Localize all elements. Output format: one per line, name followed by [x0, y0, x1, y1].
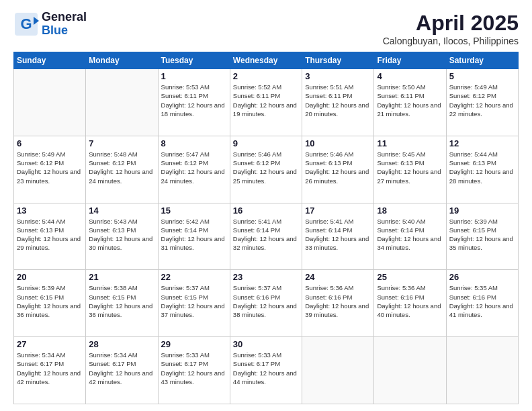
week-row-2: 6Sunrise: 5:49 AMSunset: 6:12 PMDaylight…: [14, 136, 519, 203]
day-number: 18: [377, 205, 443, 216]
day-number: 4: [377, 71, 443, 81]
day-number: 7: [89, 138, 154, 148]
day-number: 5: [449, 71, 515, 81]
day-detail: Sunrise: 5:53 AMSunset: 6:11 PMDaylight:…: [161, 83, 227, 118]
calendar-cell: 11Sunrise: 5:45 AMSunset: 6:13 PMDayligh…: [374, 136, 446, 203]
day-detail: Sunrise: 5:36 AMSunset: 6:16 PMDaylight:…: [377, 283, 443, 319]
calendar-cell: [14, 69, 86, 136]
day-detail: Sunrise: 5:41 AMSunset: 6:14 PMDaylight:…: [305, 217, 371, 253]
day-detail: Sunrise: 5:42 AMSunset: 6:14 PMDaylight:…: [161, 217, 227, 253]
calendar-header-thursday: Thursday: [302, 52, 374, 69]
title-location: Calongbuyan, Ilocos, Philippines: [383, 36, 519, 46]
calendar-cell: 20Sunrise: 5:39 AMSunset: 6:15 PMDayligh…: [14, 270, 86, 337]
calendar-cell: 28Sunrise: 5:34 AMSunset: 6:17 PMDayligh…: [86, 337, 158, 404]
day-detail: Sunrise: 5:50 AMSunset: 6:11 PMDaylight:…: [377, 83, 443, 118]
day-detail: Sunrise: 5:37 AMSunset: 6:15 PMDaylight:…: [161, 283, 227, 319]
calendar-cell: 12Sunrise: 5:44 AMSunset: 6:13 PMDayligh…: [446, 136, 518, 203]
calendar-cell: 13Sunrise: 5:44 AMSunset: 6:13 PMDayligh…: [14, 203, 86, 270]
day-detail: Sunrise: 5:47 AMSunset: 6:12 PMDaylight:…: [161, 150, 227, 185]
calendar-cell: 5Sunrise: 5:49 AMSunset: 6:12 PMDaylight…: [446, 69, 518, 136]
page: G General Blue April 2025 Calongbuyan, I…: [0, 0, 532, 411]
calendar-cell: 14Sunrise: 5:43 AMSunset: 6:13 PMDayligh…: [86, 203, 158, 270]
day-number: 16: [233, 205, 299, 216]
day-detail: Sunrise: 5:51 AMSunset: 6:11 PMDaylight:…: [305, 83, 371, 118]
calendar-cell: 1Sunrise: 5:53 AMSunset: 6:11 PMDaylight…: [158, 69, 230, 136]
calendar-cell: [374, 337, 446, 404]
calendar-cell: [446, 337, 518, 404]
week-row-4: 20Sunrise: 5:39 AMSunset: 6:15 PMDayligh…: [14, 270, 519, 337]
day-detail: Sunrise: 5:46 AMSunset: 6:13 PMDaylight:…: [305, 150, 371, 185]
day-number: 25: [377, 272, 443, 282]
day-detail: Sunrise: 5:46 AMSunset: 6:12 PMDaylight:…: [233, 150, 299, 185]
logo-general: General: [42, 11, 87, 24]
logo-text: General Blue: [42, 11, 87, 38]
day-number: 2: [233, 71, 299, 81]
title-month: April 2025: [383, 11, 519, 36]
day-number: 14: [89, 205, 154, 216]
day-detail: Sunrise: 5:45 AMSunset: 6:13 PMDaylight:…: [377, 150, 443, 185]
day-number: 26: [449, 272, 515, 282]
day-detail: Sunrise: 5:38 AMSunset: 6:15 PMDaylight:…: [89, 283, 154, 319]
calendar-header-saturday: Saturday: [446, 52, 518, 69]
day-number: 9: [233, 138, 299, 148]
day-number: 28: [89, 339, 154, 349]
day-number: 13: [17, 205, 83, 216]
week-row-5: 27Sunrise: 5:34 AMSunset: 6:17 PMDayligh…: [14, 337, 519, 404]
day-number: 10: [305, 138, 371, 148]
calendar-cell: 3Sunrise: 5:51 AMSunset: 6:11 PMDaylight…: [302, 69, 374, 136]
calendar-cell: 27Sunrise: 5:34 AMSunset: 6:17 PMDayligh…: [14, 337, 86, 404]
calendar-header-monday: Monday: [86, 52, 158, 69]
day-detail: Sunrise: 5:44 AMSunset: 6:13 PMDaylight:…: [17, 217, 83, 253]
calendar-table: SundayMondayTuesdayWednesdayThursdayFrid…: [13, 52, 519, 404]
day-number: 22: [161, 272, 227, 282]
day-detail: Sunrise: 5:33 AMSunset: 6:17 PMDaylight:…: [233, 351, 299, 386]
day-detail: Sunrise: 5:49 AMSunset: 6:12 PMDaylight:…: [449, 83, 515, 118]
day-number: 29: [161, 339, 227, 349]
day-detail: Sunrise: 5:37 AMSunset: 6:16 PMDaylight:…: [233, 283, 299, 319]
day-number: 6: [17, 138, 83, 148]
day-detail: Sunrise: 5:48 AMSunset: 6:12 PMDaylight:…: [89, 150, 154, 185]
day-detail: Sunrise: 5:43 AMSunset: 6:13 PMDaylight:…: [89, 217, 154, 253]
day-number: 19: [449, 205, 515, 216]
day-detail: Sunrise: 5:41 AMSunset: 6:14 PMDaylight:…: [233, 217, 299, 253]
svg-text:G: G: [20, 15, 32, 32]
top-header: G General Blue April 2025 Calongbuyan, I…: [13, 11, 519, 46]
calendar-cell: 6Sunrise: 5:49 AMSunset: 6:12 PMDaylight…: [14, 136, 86, 203]
title-block: April 2025 Calongbuyan, Ilocos, Philippi…: [383, 11, 519, 46]
day-number: 11: [377, 138, 443, 148]
day-detail: Sunrise: 5:35 AMSunset: 6:16 PMDaylight:…: [449, 283, 515, 319]
logo-icon: G: [13, 11, 39, 37]
day-detail: Sunrise: 5:34 AMSunset: 6:17 PMDaylight:…: [89, 351, 154, 386]
calendar-cell: 23Sunrise: 5:37 AMSunset: 6:16 PMDayligh…: [230, 270, 302, 337]
calendar-cell: 8Sunrise: 5:47 AMSunset: 6:12 PMDaylight…: [158, 136, 230, 203]
calendar-cell: [302, 337, 374, 404]
day-detail: Sunrise: 5:33 AMSunset: 6:17 PMDaylight:…: [161, 351, 227, 386]
day-number: 20: [17, 272, 83, 282]
day-detail: Sunrise: 5:36 AMSunset: 6:16 PMDaylight:…: [305, 283, 371, 319]
calendar-cell: 25Sunrise: 5:36 AMSunset: 6:16 PMDayligh…: [374, 270, 446, 337]
calendar-cell: 24Sunrise: 5:36 AMSunset: 6:16 PMDayligh…: [302, 270, 374, 337]
day-detail: Sunrise: 5:39 AMSunset: 6:15 PMDaylight:…: [17, 283, 83, 319]
day-number: 12: [449, 138, 515, 148]
calendar-cell: 16Sunrise: 5:41 AMSunset: 6:14 PMDayligh…: [230, 203, 302, 270]
week-row-1: 1Sunrise: 5:53 AMSunset: 6:11 PMDaylight…: [14, 69, 519, 136]
day-number: 30: [233, 339, 299, 349]
calendar-cell: 19Sunrise: 5:39 AMSunset: 6:15 PMDayligh…: [446, 203, 518, 270]
calendar-cell: 10Sunrise: 5:46 AMSunset: 6:13 PMDayligh…: [302, 136, 374, 203]
calendar-cell: 17Sunrise: 5:41 AMSunset: 6:14 PMDayligh…: [302, 203, 374, 270]
day-detail: Sunrise: 5:44 AMSunset: 6:13 PMDaylight:…: [449, 150, 515, 185]
calendar-cell: 7Sunrise: 5:48 AMSunset: 6:12 PMDaylight…: [86, 136, 158, 203]
calendar-header-friday: Friday: [374, 52, 446, 69]
day-detail: Sunrise: 5:49 AMSunset: 6:12 PMDaylight:…: [17, 150, 83, 185]
week-row-3: 13Sunrise: 5:44 AMSunset: 6:13 PMDayligh…: [14, 203, 519, 270]
calendar-header-row: SundayMondayTuesdayWednesdayThursdayFrid…: [14, 52, 519, 69]
calendar-header-tuesday: Tuesday: [158, 52, 230, 69]
day-number: 23: [233, 272, 299, 282]
day-number: 8: [161, 138, 227, 148]
calendar-cell: 15Sunrise: 5:42 AMSunset: 6:14 PMDayligh…: [158, 203, 230, 270]
day-number: 1: [161, 71, 227, 81]
day-number: 15: [161, 205, 227, 216]
calendar-cell: 4Sunrise: 5:50 AMSunset: 6:11 PMDaylight…: [374, 69, 446, 136]
calendar-cell: 2Sunrise: 5:52 AMSunset: 6:11 PMDaylight…: [230, 69, 302, 136]
day-detail: Sunrise: 5:34 AMSunset: 6:17 PMDaylight:…: [17, 351, 83, 386]
